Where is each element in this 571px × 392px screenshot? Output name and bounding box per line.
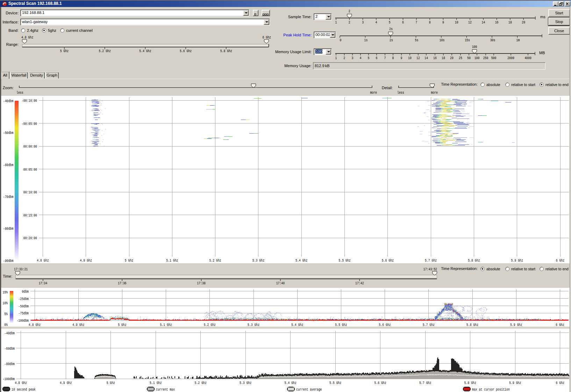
svg-text:17:34: 17:34	[39, 281, 48, 285]
svg-text:10 second peak: 10 second peak	[12, 387, 36, 392]
svg-text:5.3 Ghz: 5.3 Ghz	[248, 322, 259, 327]
svg-text:-50dbm: -50dbm	[19, 304, 29, 308]
svg-text:100: 100	[472, 44, 477, 49]
svg-text:-25dbm: -25dbm	[19, 297, 29, 301]
svg-text:-80dbm: -80dbm	[5, 362, 15, 366]
svg-text:-90dbm: -90dbm	[3, 258, 13, 263]
svg-text:500: 500	[491, 56, 497, 60]
svg-text:20: 20	[522, 20, 525, 24]
svg-text:250: 250	[483, 56, 488, 60]
svg-text:15%: 15%	[2, 290, 8, 294]
svg-text:5 Ghz: 5 Ghz	[125, 258, 134, 263]
svg-text:5.4 Ghz: 5.4 Ghz	[295, 258, 307, 263]
svg-text:-00:05:00: -00:05:00	[22, 121, 37, 126]
svg-text:5.5 Ghz: 5.5 Ghz	[329, 380, 341, 385]
svg-text:less: less	[16, 90, 23, 95]
svg-text:5%: 5%	[4, 312, 8, 316]
svg-text:5s: 5s	[415, 38, 419, 42]
svg-text:00:20:00: 00:20:00	[23, 236, 37, 240]
svg-text:3: 3	[352, 56, 354, 60]
svg-text:4000: 4000	[524, 56, 531, 60]
svg-text:18: 18	[508, 20, 512, 24]
svg-text:14: 14	[424, 56, 428, 60]
svg-text:0: 0	[340, 38, 342, 42]
svg-text:3: 3	[362, 20, 364, 24]
svg-text:5.9 Ghz: 5.9 Ghz	[509, 380, 521, 385]
svg-text:5 Ghz: 5 Ghz	[106, 380, 115, 385]
svg-text:7: 7	[384, 56, 386, 60]
svg-text:max at cursor position: max at cursor position	[472, 387, 510, 392]
svg-text:5.4 Ghz: 5.4 Ghz	[291, 322, 303, 327]
svg-text:5.1 Ghz: 5.1 Ghz	[166, 258, 178, 263]
svg-text:1: 1	[335, 20, 337, 24]
svg-text:0dbm: 0dbm	[22, 289, 29, 294]
svg-text:5.6 Ghz: 5.6 Ghz	[374, 380, 386, 385]
svg-text:4: 4	[375, 20, 377, 24]
svg-text:-60dbm: -60dbm	[3, 163, 13, 167]
svg-text:-40dbm: -40dbm	[3, 99, 13, 103]
svg-text:5.8 Ghz: 5.8 Ghz	[468, 258, 480, 263]
svg-text:10: 10	[455, 20, 458, 24]
svg-text:5.1 Ghz: 5.1 Ghz	[160, 322, 172, 327]
svg-text:8: 8	[429, 20, 431, 24]
svg-text:-75dbm: -75dbm	[19, 311, 29, 315]
svg-text:17:42: 17:42	[355, 281, 364, 285]
svg-text:1s: 1s	[364, 38, 368, 42]
svg-text:10%: 10%	[2, 301, 8, 305]
svg-text:current average: current average	[296, 387, 322, 392]
svg-text:10s: 10s	[440, 38, 445, 42]
svg-text:5: 5	[368, 56, 370, 60]
svg-text:2: 2	[349, 20, 350, 24]
svg-text:18: 18	[442, 56, 445, 60]
svg-text:5.5 Ghz: 5.5 Ghz	[338, 258, 350, 263]
svg-text:6: 6	[376, 56, 378, 60]
svg-text:5.8 Ghz: 5.8 Ghz	[464, 380, 476, 385]
svg-text:5.6 Ghz: 5.6 Ghz	[382, 258, 394, 263]
svg-text:14: 14	[481, 20, 485, 24]
svg-text:4.8 Ghz: 4.8 Ghz	[37, 258, 49, 263]
svg-text:-40dbm: -40dbm	[5, 331, 15, 335]
svg-text:100: 100	[474, 56, 480, 60]
svg-text:17:38: 17:38	[197, 281, 206, 285]
svg-text:17:36: 17:36	[118, 281, 127, 285]
svg-text:-50dbm: -50dbm	[3, 130, 13, 135]
svg-text:00:00:00: 00:00:00	[23, 144, 37, 149]
svg-text:8: 8	[392, 56, 394, 60]
svg-text:6: 6	[402, 20, 404, 24]
svg-text:00:10:00: 00:10:00	[23, 190, 37, 194]
svg-text:50: 50	[467, 56, 471, 60]
svg-text:2: 2	[343, 56, 345, 60]
svg-text:5.2 Ghz: 5.2 Ghz	[209, 258, 221, 263]
svg-text:12: 12	[468, 20, 472, 24]
svg-text:00:05:00: 00:05:00	[23, 167, 37, 172]
svg-text:5.9 Ghz: 5.9 Ghz	[511, 258, 523, 263]
svg-text:current max: current max	[156, 387, 175, 392]
svg-text:6 Ghz: 6 Ghz	[556, 380, 564, 385]
svg-text:more: more	[370, 90, 377, 95]
svg-text:-70dbm: -70dbm	[3, 194, 13, 199]
svg-text:2s: 2s	[390, 38, 393, 42]
svg-text:5.4 Ghz: 5.4 Ghz	[285, 380, 297, 385]
svg-text:25: 25	[459, 56, 462, 60]
svg-text:0%: 0%	[4, 322, 8, 327]
svg-text:30s: 30s	[490, 38, 495, 42]
svg-text:1m: 1m	[516, 38, 520, 42]
svg-text:4.9 Ghz: 4.9 Ghz	[80, 258, 92, 263]
svg-text:00:15:00: 00:15:00	[23, 213, 37, 218]
svg-text:6 Ghz: 6 Ghz	[556, 258, 565, 263]
svg-text:5.7 Ghz: 5.7 Ghz	[423, 322, 435, 327]
svg-text:9: 9	[401, 56, 402, 60]
svg-text:-100dbm: -100dbm	[3, 377, 15, 381]
svg-text:more: more	[431, 90, 438, 95]
svg-text:5.6 Ghz: 5.6 Ghz	[379, 322, 391, 327]
svg-text:5.7 Ghz: 5.7 Ghz	[425, 258, 437, 263]
svg-text:12: 12	[416, 56, 420, 60]
svg-text:-100dbm: -100dbm	[17, 318, 29, 323]
svg-text:16: 16	[433, 56, 437, 60]
svg-text:16: 16	[495, 20, 499, 24]
svg-text:-80dbm: -80dbm	[3, 226, 13, 231]
svg-text:5.2 Ghz: 5.2 Ghz	[195, 380, 207, 385]
svg-text:4.8 Ghz: 4.8 Ghz	[29, 322, 41, 327]
svg-text:5 Ghz: 5 Ghz	[118, 322, 127, 327]
svg-text:5.5 Ghz: 5.5 Ghz	[335, 322, 347, 327]
